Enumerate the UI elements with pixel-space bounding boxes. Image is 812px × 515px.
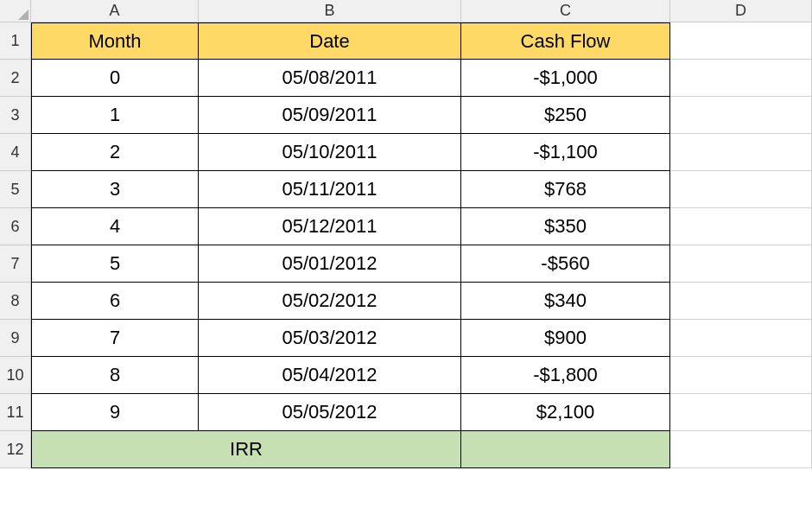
cell-c9[interactable]: $900 bbox=[461, 320, 670, 357]
cell-c11[interactable]: $2,100 bbox=[461, 394, 670, 431]
row-header-11[interactable]: 11 bbox=[0, 394, 31, 431]
cell-b3[interactable]: 05/09/2011 bbox=[199, 97, 461, 134]
cell-c8[interactable]: $340 bbox=[461, 283, 670, 320]
column-header-row: A B C D bbox=[0, 0, 812, 22]
cell-c10[interactable]: -$1,800 bbox=[461, 357, 670, 394]
select-all-corner[interactable] bbox=[0, 0, 31, 22]
cell-a3[interactable]: 1 bbox=[31, 97, 199, 134]
row-10: 10 8 05/04/2012 -$1,800 bbox=[0, 357, 812, 394]
spreadsheet: A B C D 1 Month Date Cash Flow 2 0 05/08… bbox=[0, 0, 812, 468]
cell-c4[interactable]: -$1,100 bbox=[461, 134, 670, 171]
cell-d10[interactable] bbox=[670, 357, 812, 394]
cell-b9[interactable]: 05/03/2012 bbox=[199, 320, 461, 357]
cell-a7[interactable]: 5 bbox=[31, 245, 199, 283]
row-5: 5 3 05/11/2011 $768 bbox=[0, 171, 812, 208]
cell-c3[interactable]: $250 bbox=[461, 97, 670, 134]
row-2: 2 0 05/08/2011 -$1,000 bbox=[0, 60, 812, 97]
cell-a5[interactable]: 3 bbox=[31, 171, 199, 208]
cell-b2[interactable]: 05/08/2011 bbox=[199, 60, 461, 97]
cell-c2[interactable]: -$1,000 bbox=[461, 60, 670, 97]
row-1: 1 Month Date Cash Flow bbox=[0, 22, 812, 60]
cell-b1[interactable]: Date bbox=[199, 22, 461, 60]
row-header-5[interactable]: 5 bbox=[0, 171, 31, 208]
cell-d1[interactable] bbox=[670, 22, 812, 60]
cell-a4[interactable]: 2 bbox=[31, 134, 199, 171]
cell-c1[interactable]: Cash Flow bbox=[461, 22, 670, 60]
row-9: 9 7 05/03/2012 $900 bbox=[0, 320, 812, 357]
cell-d2[interactable] bbox=[670, 60, 812, 97]
cell-a2[interactable]: 0 bbox=[31, 60, 199, 97]
row-8: 8 6 05/02/2012 $340 bbox=[0, 283, 812, 320]
row-header-7[interactable]: 7 bbox=[0, 245, 31, 283]
row-header-12[interactable]: 12 bbox=[0, 431, 31, 468]
cell-b6[interactable]: 05/12/2011 bbox=[199, 208, 461, 245]
row-4: 4 2 05/10/2011 -$1,100 bbox=[0, 134, 812, 171]
row-header-10[interactable]: 10 bbox=[0, 357, 31, 394]
cell-d12[interactable] bbox=[670, 431, 812, 468]
cell-d4[interactable] bbox=[670, 134, 812, 171]
row-header-8[interactable]: 8 bbox=[0, 283, 31, 320]
cell-b5[interactable]: 05/11/2011 bbox=[199, 171, 461, 208]
cell-a9[interactable]: 7 bbox=[31, 320, 199, 357]
row-3: 3 1 05/09/2011 $250 bbox=[0, 97, 812, 134]
row-7: 7 5 05/01/2012 -$560 bbox=[0, 245, 812, 283]
cell-d7[interactable] bbox=[670, 245, 812, 283]
cell-c7[interactable]: -$560 bbox=[461, 245, 670, 283]
row-header-2[interactable]: 2 bbox=[0, 60, 31, 97]
row-header-6[interactable]: 6 bbox=[0, 208, 31, 245]
cell-d9[interactable] bbox=[670, 320, 812, 357]
cell-c6[interactable]: $350 bbox=[461, 208, 670, 245]
cell-d3[interactable] bbox=[670, 97, 812, 134]
cell-c5[interactable]: $768 bbox=[461, 171, 670, 208]
cell-b4[interactable]: 05/10/2011 bbox=[199, 134, 461, 171]
cell-a8[interactable]: 6 bbox=[31, 283, 199, 320]
triangle-icon bbox=[18, 10, 29, 20]
row-header-4[interactable]: 4 bbox=[0, 134, 31, 171]
column-header-a[interactable]: A bbox=[31, 0, 199, 22]
cell-d11[interactable] bbox=[670, 394, 812, 431]
row-12: 12 IRR bbox=[0, 431, 812, 468]
column-header-c[interactable]: C bbox=[461, 0, 670, 22]
cell-d8[interactable] bbox=[670, 283, 812, 320]
cell-a6[interactable]: 4 bbox=[31, 208, 199, 245]
cell-a11[interactable]: 9 bbox=[31, 394, 199, 431]
row-header-3[interactable]: 3 bbox=[0, 97, 31, 134]
cell-c12[interactable] bbox=[461, 431, 670, 468]
cell-b11[interactable]: 05/05/2012 bbox=[199, 394, 461, 431]
cell-b10[interactable]: 05/04/2012 bbox=[199, 357, 461, 394]
row-11: 11 9 05/05/2012 $2,100 bbox=[0, 394, 812, 431]
cell-d5[interactable] bbox=[670, 171, 812, 208]
column-header-d[interactable]: D bbox=[670, 0, 812, 22]
cell-b7[interactable]: 05/01/2012 bbox=[199, 245, 461, 283]
cell-a1[interactable]: Month bbox=[31, 22, 199, 60]
row-header-9[interactable]: 9 bbox=[0, 320, 31, 357]
row-6: 6 4 05/12/2011 $350 bbox=[0, 208, 812, 245]
cell-a10[interactable]: 8 bbox=[31, 357, 199, 394]
row-header-1[interactable]: 1 bbox=[0, 22, 31, 60]
cell-b8[interactable]: 05/02/2012 bbox=[199, 283, 461, 320]
column-header-b[interactable]: B bbox=[199, 0, 461, 22]
cell-a12-b12-merged[interactable]: IRR bbox=[31, 431, 461, 468]
cell-d6[interactable] bbox=[670, 208, 812, 245]
